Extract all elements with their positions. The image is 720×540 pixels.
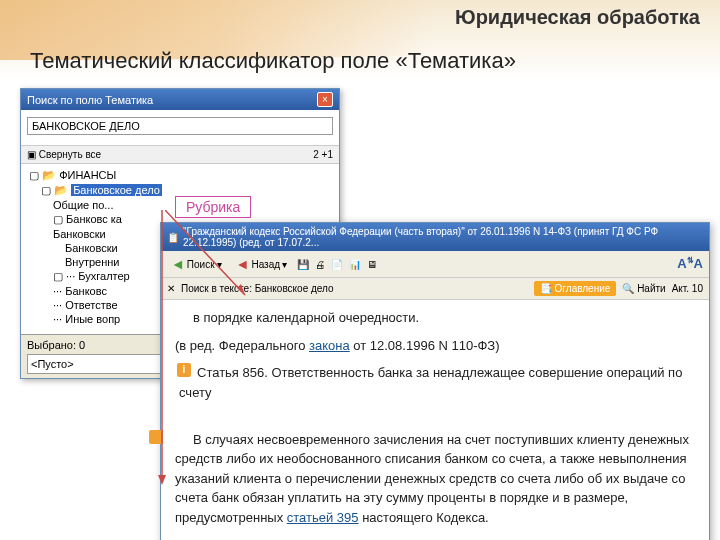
paragraph: iВ случаях несвоевременного зачисления н… [175,430,695,528]
search-titlebar[interactable]: Поиск по полю Тематика × [21,89,339,110]
law-link[interactable]: закона [309,338,350,353]
article-link[interactable]: статьей 395 [287,510,359,525]
font-size-button[interactable]: A⇅A [677,256,703,271]
arrow-icon [152,210,192,490]
close-icon[interactable]: × [317,92,333,107]
paragraph: (в ред. Федерального закона от 12.08.199… [175,336,695,356]
tool-icon[interactable]: 🖥 [367,259,377,270]
find-button[interactable]: 🔍 Найти [622,283,665,294]
article-heading: iСтатья 856. Ответственность банка за не… [175,363,695,402]
slide-subtitle: Тематический классификатор поле «Тематик… [30,48,516,74]
svg-marker-1 [237,284,245,295]
tree-item[interactable]: ▢ 📂 ФИНАНСЫ [25,168,335,183]
tool-icon[interactable]: 📄 [331,259,343,270]
annotation-rubrika: Рубрика [175,196,251,218]
save-icon[interactable]: 💾 [297,259,309,270]
svg-marker-3 [158,475,166,485]
tool-icon[interactable]: 📊 [349,259,361,270]
paragraph: в порядке календарной очередности. [175,308,695,328]
print-icon[interactable]: 🖨 [315,259,325,270]
search-title-text: Поиск по полю Тематика [27,94,153,106]
act-badge: Акт. 10 [672,283,703,294]
result-count: 2 +1 [313,149,333,160]
slide-header: Юридическая обработка [455,6,700,29]
doc-title-text: "Гражданский кодекс Российской Федерации… [183,226,703,248]
search-input[interactable] [27,117,333,135]
document-body: в порядке календарной очередности. (в ре… [161,300,709,540]
collapse-all-link[interactable]: ▣ Свернуть все [27,149,101,160]
toc-badge[interactable]: 📑 Оглавление [534,281,617,296]
